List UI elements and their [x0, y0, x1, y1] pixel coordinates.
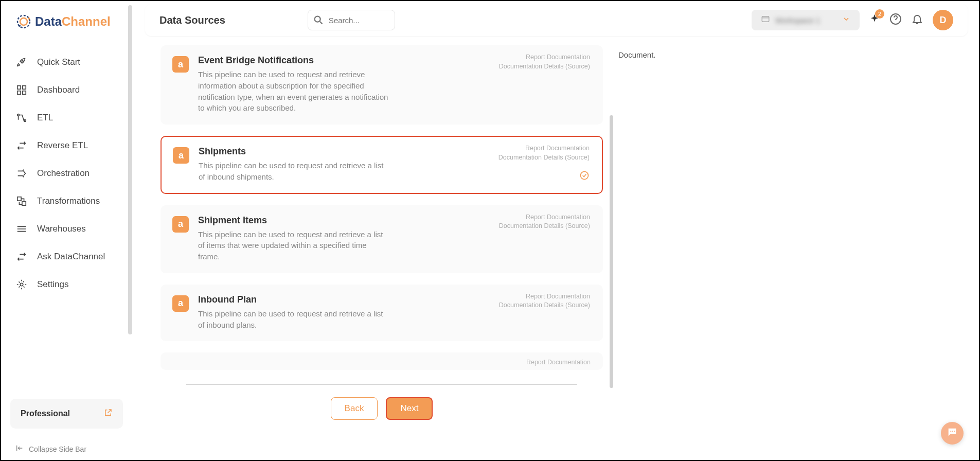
- collapse-sidebar[interactable]: Collapse Side Bar: [1, 438, 132, 460]
- svg-point-19: [952, 431, 953, 432]
- sparkle-icon[interactable]: 2: [869, 13, 880, 27]
- workspace-icon: [761, 14, 770, 26]
- sidebar-item-orchestration[interactable]: Orchestration: [1, 159, 132, 187]
- sidebar-item-etl[interactable]: ETL: [1, 104, 132, 132]
- card-links: Report Documentation Documentation Detai…: [499, 292, 590, 310]
- doc-details-link[interactable]: Documentation Details (Source): [498, 153, 590, 163]
- amazon-icon: a: [172, 216, 189, 233]
- pipeline-card-inbound-plan[interactable]: a Inbound Plan This pipeline can be used…: [161, 285, 603, 342]
- collapse-label: Collapse Side Bar: [29, 445, 86, 453]
- sidebar-item-label: Quick Start: [37, 57, 80, 67]
- rocket-icon: [15, 56, 28, 68]
- workspace-selector[interactable]: Workspace 1: [752, 10, 860, 30]
- sidebar-item-ask[interactable]: Ask DataChannel: [1, 243, 132, 271]
- svg-point-17: [581, 171, 589, 179]
- sidebar-scrollbar[interactable]: [128, 5, 132, 334]
- next-button[interactable]: Next: [386, 397, 433, 420]
- sidebar-nav: Quick Start Dashboard ETL Reverse ETL Or…: [1, 42, 132, 399]
- pipeline-card-peek[interactable]: Report Documentation: [161, 352, 603, 370]
- sidebar-item-label: Reverse ETL: [37, 140, 88, 151]
- page-title: Data Sources: [159, 14, 225, 26]
- svg-rect-5: [17, 86, 21, 89]
- header-right: Workspace 1 2 D: [752, 10, 953, 30]
- search-wrap: [308, 10, 395, 30]
- doc-details-link[interactable]: Documentation Details (Source): [499, 222, 590, 231]
- list-scrollbar[interactable]: [610, 115, 613, 388]
- card-desc: This pipeline can be used to request and…: [199, 160, 389, 183]
- collapse-icon: [15, 444, 24, 454]
- report-doc-link[interactable]: Report Documentation: [499, 292, 590, 302]
- svg-rect-11: [17, 197, 21, 201]
- svg-point-18: [950, 431, 951, 432]
- svg-point-3: [19, 25, 21, 27]
- sidebar-item-dashboard[interactable]: Dashboard: [1, 76, 132, 104]
- chevron-down-icon: [842, 15, 850, 25]
- check-circle-icon: [579, 170, 590, 183]
- dashboard-icon: [15, 84, 28, 96]
- svg-rect-7: [17, 91, 21, 94]
- svg-point-20: [954, 431, 955, 432]
- svg-rect-15: [762, 16, 769, 22]
- plan-box[interactable]: Professional: [10, 399, 123, 429]
- svg-point-13: [20, 283, 23, 286]
- external-link-icon: [103, 408, 113, 419]
- header: Data Sources Workspace 1 2 D: [145, 4, 968, 36]
- card-links: Report Documentation Documentation Detai…: [499, 213, 590, 231]
- amazon-icon: a: [172, 56, 189, 73]
- detail-text: Document.: [618, 50, 906, 59]
- sidebar-item-transformations[interactable]: Transformations: [1, 187, 132, 215]
- back-button[interactable]: Back: [331, 397, 378, 420]
- card-desc: This pipeline can be used to request and…: [198, 69, 388, 114]
- svg-point-9: [17, 114, 20, 116]
- amazon-icon: a: [172, 295, 189, 312]
- sidebar-item-reverse-etl[interactable]: Reverse ETL: [1, 132, 132, 159]
- svg-point-2: [28, 17, 30, 20]
- chat-icon: [947, 427, 958, 440]
- footer-buttons: Back Next: [161, 385, 603, 432]
- svg-rect-12: [22, 202, 26, 205]
- sidebar-item-quick-start[interactable]: Quick Start: [1, 48, 132, 76]
- main-right: Document.: [618, 43, 906, 456]
- pipeline-card-shipment-items[interactable]: a Shipment Items This pipeline can be us…: [161, 205, 603, 273]
- reverse-etl-icon: [15, 139, 28, 152]
- main-left: a Event Bridge Notifications This pipeli…: [145, 43, 618, 456]
- sidebar-item-label: Warehouses: [37, 224, 86, 234]
- report-doc-link[interactable]: Report Documentation: [498, 144, 590, 153]
- bell-icon[interactable]: [911, 13, 923, 27]
- pipeline-card-shipments[interactable]: a Shipments This pipeline can be used to…: [161, 136, 603, 194]
- card-desc: This pipeline can be used to request and…: [198, 229, 388, 262]
- svg-point-14: [315, 16, 320, 22]
- report-doc-link[interactable]: Report Documentation: [499, 213, 590, 222]
- help-icon[interactable]: [889, 13, 902, 27]
- card-links: Report Documentation Documentation Detai…: [498, 144, 590, 162]
- pipeline-card-event-bridge[interactable]: a Event Bridge Notifications This pipeli…: [161, 45, 603, 125]
- logo-text: DataChannel: [35, 14, 111, 29]
- notification-badge: 2: [875, 9, 884, 19]
- workspace-label: Workspace 1: [775, 16, 837, 25]
- sidebar-item-settings[interactable]: Settings: [1, 271, 132, 298]
- report-doc-link[interactable]: Report Documentation: [526, 359, 591, 366]
- svg-point-4: [22, 61, 23, 62]
- svg-point-1: [20, 18, 27, 25]
- doc-details-link[interactable]: Documentation Details (Source): [499, 62, 590, 72]
- sidebar-item-label: Ask DataChannel: [37, 252, 105, 262]
- plan-label: Professional: [21, 409, 70, 418]
- amazon-icon: a: [173, 147, 189, 164]
- card-links: Report Documentation Documentation Detai…: [499, 53, 590, 71]
- etl-icon: [15, 112, 28, 124]
- sidebar-item-warehouses[interactable]: Warehouses: [1, 215, 132, 243]
- svg-rect-8: [23, 91, 26, 94]
- avatar-letter: D: [940, 15, 947, 26]
- warehouse-icon: [15, 223, 28, 235]
- avatar[interactable]: D: [933, 10, 953, 30]
- doc-details-link[interactable]: Documentation Details (Source): [499, 301, 590, 310]
- chat-bubble[interactable]: [941, 422, 964, 445]
- sidebar-item-label: Orchestration: [37, 168, 90, 179]
- gear-icon: [15, 278, 28, 291]
- card-desc: This pipeline can be used to request and…: [198, 308, 388, 331]
- main: a Event Bridge Notifications This pipeli…: [145, 43, 968, 456]
- card-list: a Event Bridge Notifications This pipeli…: [161, 43, 603, 370]
- svg-rect-6: [23, 86, 26, 89]
- report-doc-link[interactable]: Report Documentation: [499, 53, 590, 62]
- brand-logo[interactable]: DataChannel: [1, 1, 132, 42]
